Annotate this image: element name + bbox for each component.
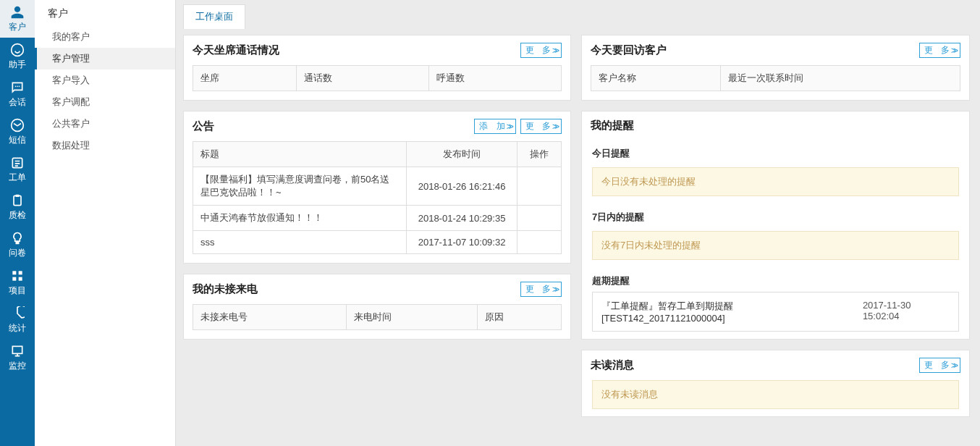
panel-title: 今天要回访客户 (591, 43, 667, 57)
col-calls: 通话数 (297, 66, 429, 91)
nav-pie[interactable]: 统计 (0, 301, 35, 339)
grid-icon (10, 269, 25, 283)
panel-title: 我的提醒 (591, 119, 634, 132)
reminder-week-empty: 没有7日内未处理的提醒 (592, 231, 959, 260)
nav-label: 短信 (9, 134, 26, 146)
announce-op (517, 206, 561, 231)
svg-point-0 (12, 43, 24, 56)
more-button[interactable]: 更 多>> (520, 43, 562, 58)
nav-mail[interactable]: 短信 (0, 113, 35, 151)
nav-label: 助手 (9, 59, 26, 71)
reminder-today-empty: 今日没有未处理的提醒 (592, 167, 959, 196)
content: 工作桌面 今天坐席通话情况 更 多>> 坐席 (176, 0, 980, 446)
announce-title: 【限量福利】填写满意度调查问卷，前50名送星巴克饮品啦！！~ (193, 167, 407, 206)
nav-label: 问卷 (9, 247, 26, 259)
panel-announcements: 公告 添 加>> 更 多>> 标题发布时间操作【限量福利】填写满意度调查问卷，前… (183, 111, 571, 264)
col-time: 来电时间 (347, 305, 477, 330)
svg-rect-7 (16, 194, 20, 196)
announce-time: 2018-01-26 16:21:46 (407, 167, 518, 206)
sub-nav: 客户 我的客户客户管理客户导入客户调配公共客户数据处理 (35, 0, 176, 446)
more-button[interactable]: 更 多>> (919, 358, 960, 373)
reminder-text: 『工单提醒』暂存工单到期提醒[TEST142_20171121000004] (601, 300, 856, 324)
table-row[interactable]: 中通天鸿春节放假通知！！！2018-01-24 10:29:35 (193, 206, 562, 231)
user-icon (10, 5, 25, 20)
tab-desktop[interactable]: 工作桌面 (183, 4, 245, 29)
nav-chat[interactable]: 会话 (0, 75, 35, 113)
tabs: 工作桌面 (176, 0, 980, 28)
svg-rect-10 (12, 277, 16, 280)
revisit-table: 客户名称 最近一次联系时间 (591, 65, 960, 91)
svg-rect-11 (19, 277, 22, 280)
svg-rect-12 (12, 346, 22, 353)
reminder-today-label: 今日提醒 (582, 140, 969, 164)
nav-bulb[interactable]: 问卷 (0, 226, 35, 264)
reminder-overdue-row[interactable]: 『工单提醒』暂存工单到期提醒[TEST142_20171121000004] 2… (592, 292, 959, 332)
announce-time: 2018-01-24 10:29:35 (407, 206, 518, 231)
panel-missed-calls: 我的未接来电 更 多>> 未接来电号 来电时间 原因 (183, 274, 571, 340)
announce-col: 标题 (193, 142, 407, 167)
announce-title: sss (193, 231, 407, 254)
announce-table: 标题发布时间操作【限量福利】填写满意度调查问卷，前50名送星巴克饮品啦！！~20… (193, 141, 562, 254)
col-agent: 坐席 (193, 66, 297, 91)
announce-col: 操作 (517, 142, 561, 167)
table-row[interactable]: 【限量福利】填写满意度调查问卷，前50名送星巴克饮品啦！！~2018-01-26… (193, 167, 562, 206)
sub-nav-item[interactable]: 我的客户 (35, 26, 175, 48)
nav-list[interactable]: 工单 (0, 151, 35, 188)
sub-nav-item[interactable]: 客户导入 (35, 70, 175, 91)
reminder-overdue-label: 超期提醒 (582, 267, 969, 292)
nav-clipboard[interactable]: 质检 (0, 188, 35, 226)
nav-grid[interactable]: 项目 (0, 264, 35, 301)
panel-title: 我的未接来电 (193, 282, 258, 296)
col-connected: 呼通数 (429, 66, 562, 91)
svg-rect-6 (14, 195, 21, 205)
announce-title: 中通天鸿春节放假通知！！！ (193, 206, 407, 231)
col-number: 未接来电号 (193, 305, 347, 330)
nav-label: 统计 (9, 322, 26, 334)
nav-monitor[interactable]: 监控 (0, 339, 35, 376)
reminder-week-label: 7日内的提醒 (582, 203, 969, 228)
table-row[interactable]: sss2017-11-07 10:09:32 (193, 231, 562, 254)
nav-assistant[interactable]: 助手 (0, 38, 35, 75)
nav-label: 工单 (9, 172, 26, 184)
col-customer: 客户名称 (591, 66, 721, 91)
pie-icon (10, 306, 25, 321)
announce-op (517, 167, 561, 206)
unread-empty: 没有未读消息 (592, 380, 959, 409)
list-icon (10, 156, 25, 170)
reminder-time: 2017-11-30 15:02:04 (863, 300, 950, 324)
chat-icon (10, 80, 25, 95)
sub-nav-item[interactable]: 客户调配 (35, 91, 175, 113)
sub-nav-item[interactable]: 数据处理 (35, 135, 175, 156)
more-button[interactable]: 更 多>> (919, 43, 960, 58)
assistant-icon (10, 43, 25, 57)
svg-rect-8 (12, 271, 16, 274)
col-last-contact: 最近一次联系时间 (720, 66, 960, 91)
nav-label: 项目 (9, 285, 26, 297)
more-button[interactable]: 更 多>> (520, 282, 562, 297)
more-button[interactable]: 更 多>> (520, 119, 562, 134)
sub-nav-item[interactable]: 客户管理 (35, 48, 175, 70)
main-nav: 客户助手会话短信工单质检问卷项目统计监控 (0, 0, 35, 446)
clipboard-icon (10, 193, 25, 208)
svg-rect-9 (19, 271, 22, 274)
panel-unread: 未读消息 更 多>> 没有未读消息 (581, 350, 970, 417)
nav-user[interactable]: 客户 (0, 0, 35, 38)
mail-icon (10, 118, 25, 132)
sub-nav-title: 客户 (35, 0, 175, 26)
announce-col: 发布时间 (407, 142, 518, 167)
nav-label: 质检 (9, 209, 26, 222)
panel-agent-calls: 今天坐席通话情况 更 多>> 坐席 通话数 呼通数 (183, 35, 571, 101)
sub-nav-item[interactable]: 公共客户 (35, 113, 175, 135)
announce-op (517, 231, 561, 254)
svg-point-2 (17, 85, 18, 87)
agent-table: 坐席 通话数 呼通数 (193, 65, 562, 91)
panel-title: 公告 (193, 119, 214, 133)
add-button[interactable]: 添 加>> (474, 119, 515, 134)
panel-title: 今天坐席通话情况 (193, 43, 279, 57)
nav-label: 会话 (9, 96, 26, 109)
svg-point-1 (15, 85, 17, 87)
nav-label: 监控 (9, 360, 26, 372)
col-reason: 原因 (477, 305, 561, 330)
panel-title: 未读消息 (591, 358, 634, 372)
announce-time: 2017-11-07 10:09:32 (407, 231, 518, 254)
